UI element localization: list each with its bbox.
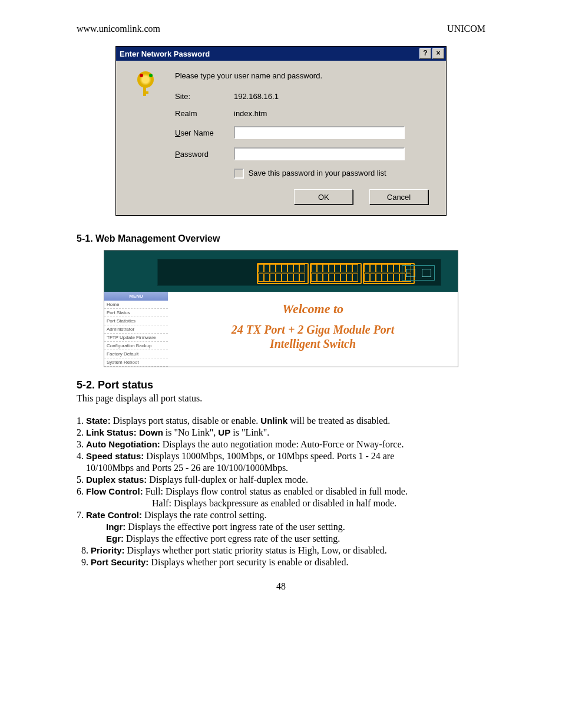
dialog-titlebar: Enter Network Password ? × <box>116 47 446 61</box>
section-5-2-intro: This page displays all port status. <box>77 393 485 404</box>
list-item: 3. Auto Negotiation: Displays the auto n… <box>77 439 485 450</box>
switch-banner <box>104 251 458 292</box>
section-5-1-title: 5-1. Web Management Overview <box>77 233 485 244</box>
list-item: 5. Duplex status: Displays full-duplex o… <box>77 474 485 486</box>
save-password-checkbox[interactable] <box>234 169 244 179</box>
dialog-instruction: Please type your user name and password. <box>175 71 322 80</box>
list-item: 6. Flow Control: Full: Displays flow con… <box>77 486 485 498</box>
list-item: 7. Rate Control: Displays the rate contr… <box>77 509 485 521</box>
list-item: 2. Link Status: Down is "No Link", UP is… <box>77 427 485 439</box>
page-number: 48 <box>77 581 485 592</box>
password-label: Password <box>175 150 234 159</box>
ok-button[interactable]: OK <box>294 189 353 205</box>
welcome-text: Welcome to <box>168 301 458 317</box>
menu-item[interactable]: System Reboot <box>104 358 168 367</box>
product-name: 24 TX Port + 2 Giga Module Port Intellig… <box>168 322 458 351</box>
list-item: 9. Port Security: Displays whether port … <box>77 556 485 568</box>
menu-title: MENU <box>104 292 168 301</box>
list-item: 8. Priority: Displays whether port stati… <box>77 545 485 556</box>
cancel-button[interactable]: Cancel <box>369 189 428 205</box>
menu-item[interactable]: TFTP Update Firmware <box>104 334 168 342</box>
dialog-title: Enter Network Password <box>120 50 418 58</box>
web-management-screenshot: MENU HomePort StatusPort StatisticsAdmin… <box>104 250 458 367</box>
menu-item[interactable]: Port Statistics <box>104 317 168 325</box>
password-dialog: Enter Network Password ? × Please type y… <box>115 46 447 216</box>
help-button[interactable]: ? <box>419 48 431 59</box>
menu-item[interactable]: Administrator <box>104 325 168 334</box>
site-label: Site: <box>175 92 234 101</box>
password-input[interactable] <box>234 147 405 160</box>
list-item: 1. State: Displays port status, disable … <box>77 415 485 427</box>
realm-label: Realm <box>175 109 234 118</box>
header-url: www.unicomlink.com <box>77 24 160 34</box>
menu-item[interactable]: Configuration Backup <box>104 342 168 350</box>
menu-item[interactable]: Home <box>104 301 168 309</box>
site-value: 192.168.16.1 <box>234 92 279 101</box>
menu-item[interactable]: Port Status <box>104 309 168 317</box>
mgmt-menu: MENU HomePort StatusPort StatisticsAdmin… <box>104 292 168 367</box>
save-password-label: Save this password in your password list <box>249 169 386 177</box>
port-status-list: 1. State: Displays port status, disable … <box>77 415 485 568</box>
username-label: User Name <box>175 129 234 137</box>
menu-item[interactable]: Factory Default <box>104 350 168 358</box>
key-icon <box>134 71 175 205</box>
close-button[interactable]: × <box>432 48 444 59</box>
realm-value: index.htm <box>234 109 267 118</box>
list-item: 4. Speed status: Displays 1000Mbps, 100M… <box>77 450 485 462</box>
page-header: www.unicomlink.com UNICOM <box>77 24 485 34</box>
header-brand: UNICOM <box>447 24 485 34</box>
username-input[interactable] <box>234 126 405 139</box>
section-5-2-title: 5-2. Port status <box>77 379 485 391</box>
